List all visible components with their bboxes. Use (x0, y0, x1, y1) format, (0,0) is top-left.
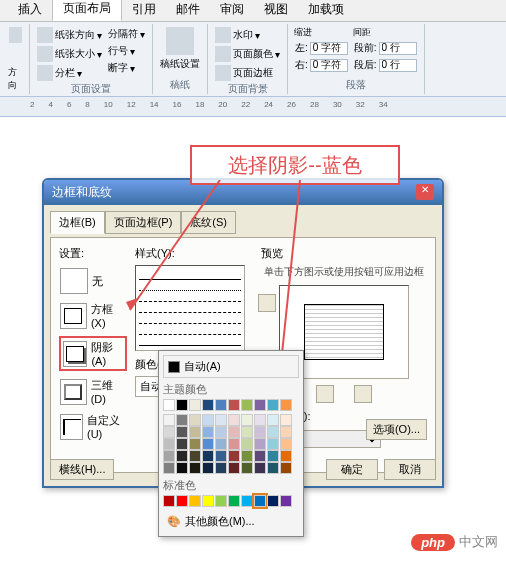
color-swatch[interactable] (280, 462, 292, 474)
color-swatch[interactable] (280, 450, 292, 462)
color-swatch[interactable] (267, 450, 279, 462)
style-listbox[interactable] (135, 265, 245, 351)
paper-size[interactable]: 纸张大小 ▾ (36, 45, 103, 63)
option-custom[interactable]: 自定义(U) (59, 412, 127, 441)
color-swatch[interactable] (241, 438, 253, 450)
color-swatch[interactable] (254, 426, 266, 438)
color-swatch[interactable] (202, 438, 214, 450)
tab-view[interactable]: 视图 (254, 0, 298, 21)
manuscript-settings[interactable]: 稿纸设置 (159, 26, 201, 72)
color-swatch[interactable] (280, 399, 292, 411)
indent-right-input[interactable] (310, 59, 348, 72)
paper-orientation[interactable]: 纸张方向 ▾ (36, 26, 103, 44)
tab-shading[interactable]: 底纹(S) (181, 211, 236, 234)
option-shadow[interactable]: 阴影(A) (59, 336, 127, 371)
hyphenation[interactable]: 断字 ▾ (107, 60, 146, 76)
more-colors-option[interactable]: 🎨 其他颜色(M)... (163, 511, 299, 532)
watermark[interactable]: 水印 ▾ (214, 26, 281, 44)
color-swatch[interactable] (267, 399, 279, 411)
color-swatch[interactable] (215, 495, 227, 507)
cancel-button[interactable]: 取消 (384, 459, 436, 480)
color-swatch[interactable] (163, 450, 175, 462)
color-swatch[interactable] (241, 462, 253, 474)
color-swatch[interactable] (176, 426, 188, 438)
color-swatch[interactable] (254, 414, 266, 426)
color-swatch[interactable] (189, 399, 201, 411)
color-swatch[interactable] (163, 495, 175, 507)
color-swatch[interactable] (228, 414, 240, 426)
tab-review[interactable]: 审阅 (210, 0, 254, 21)
page-borders[interactable]: 页面边框 (214, 64, 281, 82)
color-swatch[interactable] (267, 495, 279, 507)
color-swatch[interactable] (280, 414, 292, 426)
color-swatch[interactable] (254, 399, 266, 411)
option-none[interactable]: 无 (59, 267, 127, 295)
color-swatch[interactable] (267, 462, 279, 474)
tab-addins[interactable]: 加载项 (298, 0, 354, 21)
color-swatch[interactable] (202, 462, 214, 474)
color-swatch[interactable] (228, 399, 240, 411)
color-swatch[interactable] (228, 426, 240, 438)
color-swatch[interactable] (228, 450, 240, 462)
color-swatch[interactable] (241, 495, 253, 507)
color-swatch[interactable] (202, 495, 214, 507)
color-swatch[interactable] (176, 462, 188, 474)
color-swatch[interactable] (202, 414, 214, 426)
color-swatch[interactable] (189, 438, 201, 450)
color-swatch[interactable] (280, 438, 292, 450)
color-swatch[interactable] (189, 426, 201, 438)
ok-button[interactable]: 确定 (326, 459, 378, 480)
color-swatch[interactable] (254, 438, 266, 450)
color-swatch[interactable] (189, 450, 201, 462)
color-swatch[interactable] (228, 438, 240, 450)
color-swatch[interactable] (189, 462, 201, 474)
color-swatch[interactable] (267, 414, 279, 426)
color-swatch[interactable] (241, 426, 253, 438)
color-swatch[interactable] (202, 426, 214, 438)
color-swatch[interactable] (241, 414, 253, 426)
color-swatch[interactable] (215, 450, 227, 462)
option-3d[interactable]: 三维(D) (59, 377, 127, 406)
options-button[interactable]: 选项(O)... (366, 419, 427, 440)
tab-insert[interactable]: 插入 (8, 0, 52, 21)
color-swatch[interactable] (254, 462, 266, 474)
ruler[interactable]: 246810121416182022242628303234 (0, 97, 506, 117)
color-swatch[interactable] (241, 399, 253, 411)
color-swatch[interactable] (202, 399, 214, 411)
tab-borders[interactable]: 边框(B) (50, 211, 105, 234)
tab-references[interactable]: 引用 (122, 0, 166, 21)
color-swatch[interactable] (280, 426, 292, 438)
color-swatch[interactable] (280, 495, 292, 507)
tab-page-layout[interactable]: 页面布局 (52, 0, 122, 21)
color-swatch[interactable] (215, 399, 227, 411)
color-swatch[interactable] (254, 450, 266, 462)
option-box[interactable]: 方框(X) (59, 301, 127, 330)
color-swatch[interactable] (176, 414, 188, 426)
color-swatch[interactable] (254, 495, 266, 507)
horizontal-line-button[interactable]: 横线(H)... (50, 459, 114, 480)
page-color[interactable]: 页面颜色 ▾ (214, 45, 281, 63)
auto-color-option[interactable]: 自动(A) (163, 355, 299, 378)
tab-mailings[interactable]: 邮件 (166, 0, 210, 21)
color-swatch[interactable] (163, 438, 175, 450)
color-swatch[interactable] (176, 438, 188, 450)
color-swatch[interactable] (267, 426, 279, 438)
border-right-button[interactable] (354, 385, 372, 403)
color-swatch[interactable] (228, 462, 240, 474)
space-before-input[interactable] (379, 42, 417, 55)
color-swatch[interactable] (228, 495, 240, 507)
line-numbers[interactable]: 行号 ▾ (107, 43, 146, 59)
color-swatch[interactable] (163, 426, 175, 438)
color-swatch[interactable] (176, 399, 188, 411)
color-swatch[interactable] (267, 438, 279, 450)
close-icon[interactable]: ✕ (416, 184, 434, 200)
color-swatch[interactable] (215, 426, 227, 438)
color-swatch[interactable] (189, 414, 201, 426)
color-swatch[interactable] (241, 450, 253, 462)
border-left-button[interactable] (316, 385, 334, 403)
text-direction[interactable] (8, 26, 23, 44)
color-swatch[interactable] (163, 399, 175, 411)
color-swatch[interactable] (215, 438, 227, 450)
color-swatch[interactable] (189, 495, 201, 507)
space-after-input[interactable] (379, 59, 417, 72)
